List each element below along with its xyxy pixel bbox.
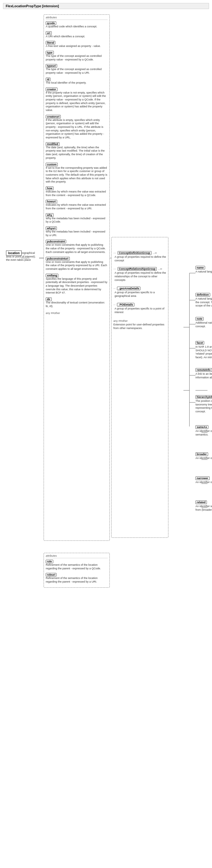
bottom-desc-role: Refinement of the semantics of the locat… <box>46 563 108 570</box>
right-item-hierarchyinfo: hierarchyInfo The position of a concept … <box>195 395 212 413</box>
concept-definition-group-tag: ConceptDefinitionGroup <box>118 251 152 255</box>
attr-desc-literal: A free-text value assigned as property -… <box>46 44 108 48</box>
page-container: FlexLocationPropType [intension] <box>0 0 212 868</box>
attr-item-dir: dir The directionality of textual conten… <box>46 297 108 308</box>
attr-tag-modified: modified <box>46 142 60 146</box>
geo-area-details-desc: A group of properties specific to a geog… <box>113 291 166 298</box>
any-other-row: any ##other Extension point for user-def… <box>113 319 166 330</box>
attr-desc-whyuri: Why the metadata has been included - exp… <box>46 230 108 237</box>
attributes-box: attributes qcode A qualified code which … <box>43 14 110 541</box>
attr-desc-pubconstrainturi: One or more constraints that apply to pu… <box>46 260 108 271</box>
concept-relationships-group-row: ···· ConceptRelationshipsGroup ...∞ A gr… <box>113 267 166 282</box>
attr-tag-typeuri: typeuri <box>46 64 57 68</box>
right-item-remoteinfo: remoteInfo A link to an item at a web re… <box>195 368 212 379</box>
title-text: FlexLocationPropType [intension] <box>6 4 59 8</box>
broader-desc: An identifier of a more general concept. <box>195 457 212 460</box>
facet-tag: facet <box>195 341 204 345</box>
poi-details-row: ··· _POIDetails A group of properties sp… <box>113 303 166 314</box>
attr-desc-typeuri: The type of the concept assigned as cont… <box>46 68 108 74</box>
right-item-narrower: narrower An identifier of a more specifi… <box>195 476 212 484</box>
attr-tag-dir: dir <box>46 298 52 301</box>
attr-item-creatoruri: creatoruri If the attribute is empty, sp… <box>46 115 108 140</box>
attr-desc-creator: If the property value is not empty, spec… <box>46 91 108 112</box>
attr-desc-creatoruri: If the attribute is empty, specifies whi… <box>46 119 108 140</box>
attr-desc-xmllang: Specifies the language of this property … <box>46 277 108 295</box>
attr-item-pubconstrainturi: pubconstrainturi One or more constraints… <box>46 256 108 271</box>
bottom-attributes-box: attributes role Refinement of the semant… <box>43 553 110 588</box>
attr-tag-howuri: howuri <box>46 200 57 203</box>
attr-tag-why: why <box>46 213 54 217</box>
definition-tag: definition <box>195 293 210 297</box>
attr-desc-pubconstraint: One or more constraints that apply to pu… <box>46 243 108 254</box>
right-item-sameas: sameAs An identifier of a concept with e… <box>195 425 212 436</box>
attr-tag-type: type <box>46 51 54 55</box>
attr-tag-xmllang: xmllang <box>46 274 58 277</box>
concept-relationships-group-tag: ConceptRelationshipsGroup <box>118 267 157 271</box>
bottom-attr-role: role Refinement of the semantics of the … <box>46 559 108 570</box>
attr-item-id: id The local identifier of the property. <box>46 77 108 85</box>
attr-tag-pubconstraint: pubconstraint <box>46 240 66 243</box>
attr-tag-creatoruri: creatoruri <box>46 115 61 119</box>
concept-definition-group-row: ···· ConceptDefinitionGroup ...∞ A group… <box>113 251 166 262</box>
attr-item-whyuri: whyuri Why the metadata has been include… <box>46 226 108 237</box>
concept-relationships-group-desc: A group of properties required to define… <box>113 271 166 282</box>
attr-item-typeuri: typeuri The type of the concept assigned… <box>46 64 108 74</box>
geo-area-details-tag: _geoAreaDetails <box>117 287 141 290</box>
right-item-definition: definition A natural language definition… <box>195 292 212 308</box>
narrower-tag: narrower <box>195 476 210 480</box>
right-item-facet: facet In NAR 1.8 and later, facet is dep… <box>195 341 212 360</box>
hierarchyinfo-tag: hierarchyInfo <box>195 395 212 399</box>
right-item-related: related An identifier where the relation… <box>195 500 212 512</box>
attr-tag-id: id <box>46 78 51 81</box>
attr-desc-custom: If set to true the corresponding propert… <box>46 166 108 184</box>
attr-item-xmllang: xmllang Specifies the language of this p… <box>46 273 108 295</box>
sameas-desc: An identifier of a concept with equivale… <box>195 430 212 436</box>
attr-tag-whyuri: whyuri <box>46 226 57 230</box>
attr-item-type: type The type of the concept assigned as… <box>46 51 108 61</box>
any-other-desc: Extension point for user-defined propert… <box>113 323 166 330</box>
geo-area-details-row: ··· _geoAreaDetails A group of propertie… <box>113 287 166 298</box>
attr-tag-uri: uri <box>46 31 52 35</box>
related-desc: An identifier where the relationship is … <box>195 505 212 512</box>
poi-details-tag: _POIDetails <box>117 303 134 307</box>
attr-tag-how: how <box>46 186 54 190</box>
hierarchyinfo-desc: The position of a concept in a hierarchi… <box>195 399 212 413</box>
attr-item-custom: custom If set to true the corresponding … <box>46 162 108 184</box>
attr-desc-how: Indicates by which means the value was e… <box>46 190 108 197</box>
sameas-tag: sameAs <box>195 425 208 429</box>
location-box: location <box>6 251 22 256</box>
poi-details-desc: A group of properties specific to a poin… <box>113 307 166 314</box>
location-container: location A location (geographical area o… <box>6 251 39 262</box>
bottom-tag-role: role <box>46 560 53 563</box>
attr-item-literal: literal A free-text value assigned as pr… <box>46 40 108 48</box>
attr-item-qcode: qcode A qualified code which identifies … <box>46 21 108 29</box>
bottom-tag-roleuri: roleuri <box>46 573 57 577</box>
right-item-note: note Additional natural language informa… <box>195 317 212 328</box>
note-tag: note <box>195 317 204 320</box>
attr-desc-type: The type of the concept assigned as cont… <box>46 55 108 61</box>
concept-definition-group-desc: A group of properties required to define… <box>113 255 166 262</box>
attr-tag-literal: literal <box>46 41 55 44</box>
diagram-area: attributes qcode A qualified code which … <box>3 11 209 868</box>
attr-item-how: how Indicates by which means the value w… <box>46 186 108 197</box>
facet-desc: In NAR 1.8 and later, facet is deprecate… <box>195 345 212 360</box>
attr-desc-qcode: A qualified code which identifies a conc… <box>46 25 108 29</box>
attr-tag-qcode: qcode <box>46 21 56 25</box>
bottom-attributes-header: attributes <box>46 554 108 558</box>
attr-desc-uri: A URI which identifies a concept. <box>46 35 108 38</box>
attr-tag-pubconstrainturi: pubconstrainturi <box>46 257 70 260</box>
attr-item-howuri: howuri Indicates by which means the valu… <box>46 199 108 210</box>
attr-desc-dir: The directionality of textual content (e… <box>46 301 108 308</box>
note-desc: Additional natural language information … <box>195 321 212 328</box>
bottom-attr-roleuri: roleuri Refinement of the semantics of t… <box>46 572 108 584</box>
any-other-label: any ##other <box>46 311 108 315</box>
attr-desc-modified: The date (and, optionally, the time) whe… <box>46 146 108 160</box>
title-bar: FlexLocationPropType [intension] <box>3 3 209 9</box>
definition-desc: A natural language definition of the sem… <box>195 297 212 308</box>
main-sequence-box: ···· ConceptDefinitionGroup ...∞ A group… <box>111 237 169 538</box>
attr-desc-howuri: Indicates by which means the value was e… <box>46 203 108 210</box>
attr-item-creator: creator If the property value is not emp… <box>46 87 108 112</box>
attr-tag-custom: custom <box>46 163 58 166</box>
right-item-broader: broader An identifier of a more general … <box>195 452 212 460</box>
attr-desc-id: The local identifier of the property. <box>46 81 108 85</box>
